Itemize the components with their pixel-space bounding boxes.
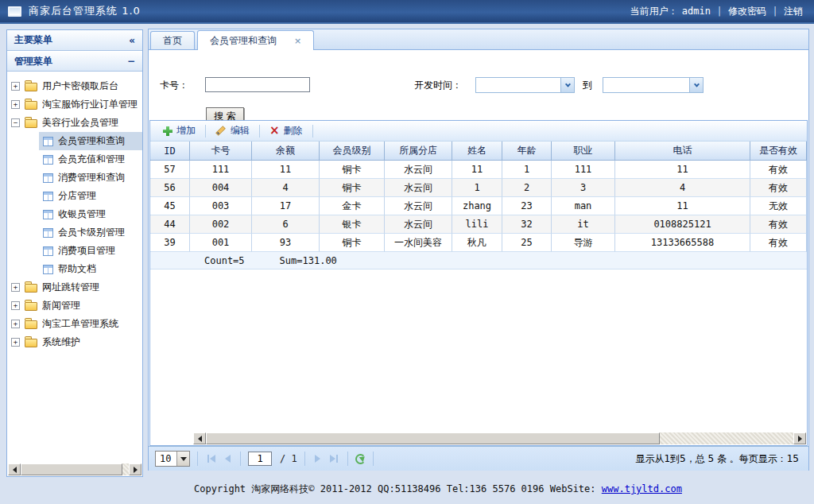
scroll-right-button[interactable]: [129, 463, 141, 475]
card-number-input[interactable]: [205, 77, 310, 92]
sidebar-item-taobao-tickets[interactable]: + 淘宝工单管理系统: [7, 315, 142, 333]
tab-label: 会员管理和查询: [210, 34, 277, 48]
page-footer: Copyright 淘家网络科技© 2011-2012 QQ:51138496 …: [62, 479, 814, 502]
website-link[interactable]: www.tjyltd.com: [602, 483, 682, 494]
table-row[interactable]: 39 001 93 铜卡 一水间美容 秋凡 25 导游 13133665588 …: [150, 234, 807, 252]
sidebar-item-consume-query[interactable]: 消费管理和查询: [39, 169, 142, 187]
scrollbar-thumb[interactable]: [206, 432, 660, 444]
expand-icon[interactable]: +: [11, 82, 20, 91]
column-header[interactable]: 会员级别: [320, 142, 385, 161]
sidebar-horizontal-scrollbar: [8, 463, 141, 475]
scroll-right-button[interactable]: [793, 432, 806, 444]
sidebar-item-card-backend[interactable]: + 用户卡密领取后台: [7, 77, 142, 95]
cell-id: 44: [150, 215, 190, 234]
refresh-button[interactable]: [355, 454, 366, 464]
close-tab-icon[interactable]: ×: [294, 37, 301, 45]
sidebar-main-menu-header[interactable]: 主要菜单 «: [7, 30, 142, 51]
user-area: 当前用户：admin | 修改密码 | 注销: [630, 5, 814, 18]
sidebar-item-member-query[interactable]: 会员管理和查询: [39, 132, 142, 150]
sidebar-item-branch-mgmt[interactable]: 分店管理: [39, 187, 142, 205]
dropdown-button[interactable]: [689, 78, 703, 92]
sidebar-item-sys-maintenance[interactable]: + 系统维护: [7, 333, 142, 351]
expand-icon[interactable]: +: [11, 338, 20, 347]
page-number-input[interactable]: [248, 452, 272, 466]
column-header[interactable]: ID: [150, 142, 190, 161]
column-header[interactable]: 电话: [615, 142, 750, 161]
cell-card: 003: [190, 197, 252, 215]
sidebar-item-help-docs[interactable]: 帮助文档: [39, 260, 142, 278]
last-page-button[interactable]: [328, 452, 340, 465]
table-row[interactable]: 56 004 4 铜卡 水云间 1 2 3 4 有效: [150, 179, 807, 197]
cell-level: 银卡: [320, 215, 385, 234]
cell-phone: 11: [615, 197, 750, 215]
time-to-combobox[interactable]: [603, 77, 704, 93]
main-menu-title: 主要菜单: [14, 33, 52, 47]
column-header[interactable]: 姓名: [452, 142, 502, 161]
next-page-button[interactable]: [312, 452, 323, 465]
sidebar-item-label: 收银员管理: [58, 207, 106, 221]
edit-button[interactable]: 编辑: [206, 121, 259, 141]
scroll-left-button[interactable]: [8, 463, 21, 475]
column-header[interactable]: 卡号: [190, 142, 252, 161]
cell-card: 111: [190, 161, 252, 179]
table-header-row: ID 卡号 余额 会员级别 所属分店 姓名 年龄 职业 电话 是否有效: [150, 142, 807, 161]
logout-link[interactable]: 注销: [784, 5, 803, 18]
table-row[interactable]: 57 111 11 铜卡 水云间 11 1 111 11 有效: [150, 161, 807, 179]
sidebar-item-news[interactable]: + 新闻管理: [7, 297, 142, 315]
sidebar-item-label: 美容行业会员管理: [42, 116, 118, 130]
sidebar-item-label: 网址跳转管理: [42, 281, 99, 294]
expand-icon[interactable]: +: [11, 100, 20, 109]
collapse-icon[interactable]: −: [11, 118, 20, 127]
cell-balance: 6: [252, 215, 320, 234]
scrollbar-thumb[interactable]: [21, 463, 122, 475]
page-size-select[interactable]: 10: [155, 451, 190, 467]
add-button[interactable]: 增加: [153, 121, 205, 141]
table-row[interactable]: 44 002 6 银卡 水云间 lili 32 it 0108825121 有效: [150, 215, 807, 234]
scroll-left-button[interactable]: [193, 432, 206, 444]
folder-icon: [25, 284, 37, 293]
grid-icon: [43, 137, 53, 146]
table-row[interactable]: 45 003 17 金卡 水云间 zhang 23 man 11 无效: [150, 197, 807, 215]
sidebar-item-member-recharge[interactable]: 会员充值和管理: [39, 150, 142, 169]
cell-phone: 4: [615, 179, 750, 197]
sidebar-item-taobao-orders[interactable]: + 淘宝服饰行业订单管理: [7, 95, 142, 114]
change-password-link[interactable]: 修改密码: [728, 5, 766, 18]
prev-page-button[interactable]: [223, 452, 233, 465]
sidebar-item-card-level[interactable]: 会员卡级别管理: [39, 223, 142, 242]
sidebar-item-cashier-mgmt[interactable]: 收银员管理: [39, 205, 142, 223]
cell-card: 004: [190, 179, 252, 197]
cell-branch: 一水间美容: [385, 234, 452, 252]
column-header[interactable]: 年龄: [502, 142, 552, 161]
cell-job: 导游: [552, 234, 615, 252]
main-panel: 首页 会员管理和查询 × 卡号： 开发时间： 到 搜 索 增加: [148, 29, 809, 471]
expand-icon[interactable]: +: [11, 301, 20, 310]
column-header[interactable]: 是否有效: [750, 142, 807, 161]
tab-home[interactable]: 首页: [150, 31, 195, 49]
sidebar-item-beauty-members[interactable]: − 美容行业会员管理: [7, 114, 142, 132]
cell-branch: 水云间: [385, 161, 452, 179]
cell-id: 57: [150, 161, 190, 179]
dropdown-button[interactable]: [176, 452, 189, 466]
column-header[interactable]: 所属分店: [385, 142, 452, 161]
folder-icon: [25, 320, 37, 329]
time-from-combobox[interactable]: [475, 77, 575, 93]
arrow-right-icon: [330, 455, 335, 463]
tab-member-query[interactable]: 会员管理和查询 ×: [197, 30, 314, 50]
page-total: / 1: [280, 453, 297, 464]
column-header[interactable]: 职业: [552, 142, 615, 161]
column-header[interactable]: 余额: [252, 142, 320, 161]
sidebar-admin-menu-header[interactable]: 管理菜单 −: [7, 51, 142, 72]
sidebar-item-consume-items[interactable]: 消费项目管理: [39, 242, 142, 260]
expand-icon[interactable]: +: [11, 283, 20, 292]
collapse-sidebar-icon[interactable]: «: [129, 35, 135, 46]
expand-icon[interactable]: +: [11, 320, 20, 328]
collapse-section-icon[interactable]: −: [127, 56, 135, 67]
pagination-separator: [197, 452, 198, 466]
dropdown-button[interactable]: [560, 78, 574, 92]
first-page-button[interactable]: [205, 452, 218, 465]
grid-icon: [43, 228, 53, 238]
cell-branch: 水云间: [385, 197, 452, 215]
delete-button[interactable]: × 删除: [260, 121, 312, 141]
sidebar-item-url-redirect[interactable]: + 网址跳转管理: [7, 278, 142, 297]
pagination-separator: [304, 452, 305, 466]
